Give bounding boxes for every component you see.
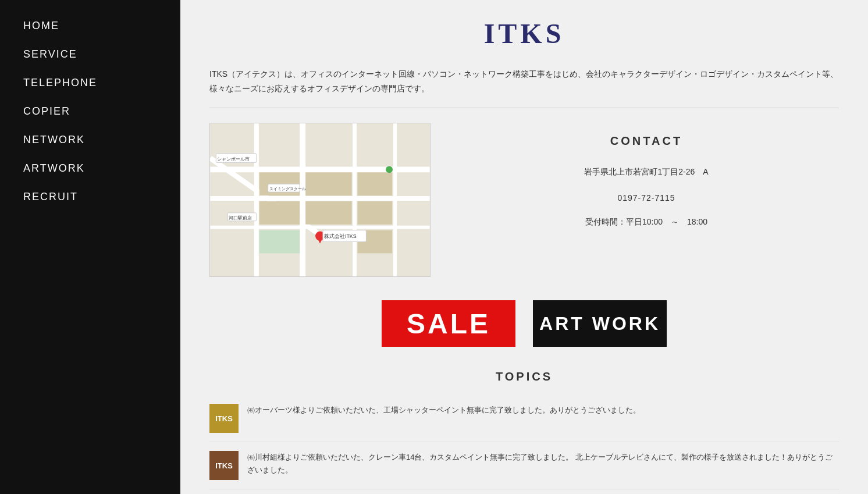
topics-section: TOPICS ITKS ㈲オーバーツ様よりご依頼いただいた、工場シャッターペイン… bbox=[209, 370, 839, 489]
contact-hours: 受付時間：平日10:00 ～ 18:00 bbox=[454, 217, 839, 228]
svg-rect-12 bbox=[305, 201, 351, 225]
topic-text-1: ㈲オーバーツ様よりご依頼いただいた、工場シャッターペイント無事に完了致しました。… bbox=[247, 404, 641, 417]
contact-address: 岩手県北上市若宮町1丁目2-26 A bbox=[454, 165, 839, 178]
contact-title: CONTACT bbox=[454, 134, 839, 148]
svg-text:スイミングスクール: スイミングスクール bbox=[269, 186, 306, 191]
sidebar: HOME SERVICE TELEPHONE COPIER NETWORK AR… bbox=[0, 0, 180, 494]
svg-point-21 bbox=[386, 166, 393, 173]
topics-title: TOPICS bbox=[209, 370, 839, 383]
artwork-banner[interactable]: ART WORK bbox=[533, 300, 667, 347]
topic-badge-2: ITKS bbox=[209, 451, 239, 480]
contact-phone: 0197-72-7115 bbox=[454, 193, 839, 202]
svg-rect-14 bbox=[358, 173, 393, 196]
svg-rect-15 bbox=[358, 201, 393, 225]
sidebar-item-telephone[interactable]: TELEPHONE bbox=[0, 69, 180, 97]
sidebar-item-artwork[interactable]: ARTWORK bbox=[0, 154, 180, 183]
svg-text:シャンボール市: シャンボール市 bbox=[217, 157, 250, 162]
svg-text:河口駅前店: 河口駅前店 bbox=[229, 215, 252, 221]
sidebar-item-copier[interactable]: COPIER bbox=[0, 97, 180, 126]
topic-item-1: ITKS ㈲オーバーツ様よりご依頼いただいた、工場シャッターペイント無事に完了致… bbox=[209, 395, 839, 442]
svg-rect-10 bbox=[305, 173, 351, 196]
svg-text:株式会社ITKS: 株式会社ITKS bbox=[323, 234, 357, 240]
topic-text-2: ㈲川村組様よりご依頼いただいた、クレーン車14台、カスタムペイント無事に完了致し… bbox=[247, 451, 839, 477]
banners-section: SALE ART WORK bbox=[209, 300, 839, 347]
map-contact-section: 株式会社ITKS シャンボール市 スイミングスクール 河口駅前店 CONTACT… bbox=[209, 123, 839, 277]
section-divider bbox=[209, 108, 839, 108]
site-title: ITKS bbox=[209, 17, 839, 49]
main-content: ITKS ITKS（アイテクス）は、オフィスのインターネット回線・パソコン・ネッ… bbox=[180, 0, 868, 494]
sidebar-item-service[interactable]: SERVICE bbox=[0, 40, 180, 69]
svg-rect-11 bbox=[259, 201, 300, 225]
topic-item-2: ITKS ㈲川村組様よりご依頼いただいた、クレーン車14台、カスタムペイント無事… bbox=[209, 442, 839, 489]
contact-info: CONTACT 岩手県北上市若宮町1丁目2-26 A 0197-72-7115 … bbox=[454, 123, 839, 227]
svg-rect-13 bbox=[259, 230, 300, 254]
sidebar-item-recruit[interactable]: RECRUIT bbox=[0, 183, 180, 211]
map-container[interactable]: 株式会社ITKS シャンボール市 スイミングスクール 河口駅前店 bbox=[209, 123, 431, 277]
topic-badge-1: ITKS bbox=[209, 404, 239, 433]
sidebar-item-home[interactable]: HOME bbox=[0, 12, 180, 40]
sale-banner[interactable]: SALE bbox=[382, 300, 515, 347]
description-text: ITKS（アイテクス）は、オフィスのインターネット回線・パソコン・ネットワーク構… bbox=[209, 67, 839, 96]
sidebar-item-network[interactable]: NETWORK bbox=[0, 126, 180, 154]
